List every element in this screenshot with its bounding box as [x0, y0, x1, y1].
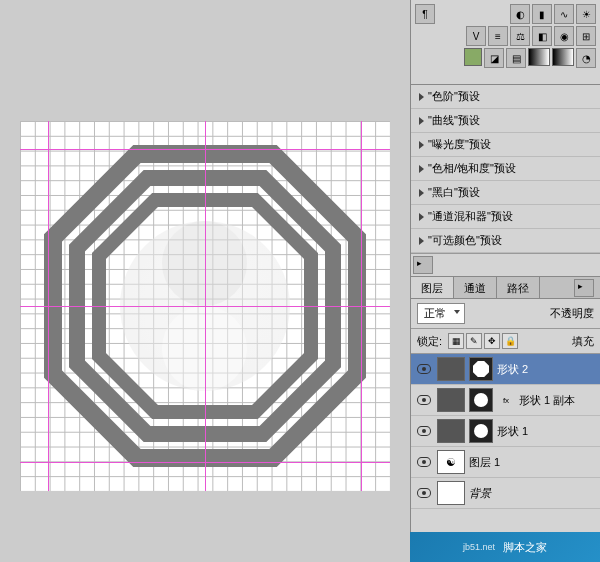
preset-curves[interactable]: "曲线"预设 [411, 109, 600, 133]
layers-tabs: 图层 通道 路径 [411, 277, 600, 299]
layer-thumb[interactable] [437, 357, 465, 381]
tab-layers[interactable]: 图层 [411, 277, 454, 298]
octagon-icon [473, 361, 489, 377]
arrow-icon [419, 189, 424, 197]
preset-levels[interactable]: "色阶"预设 [411, 85, 600, 109]
lock-position-icon[interactable]: ✥ [484, 333, 500, 349]
lock-row: 锁定: ▦ ✎ ✥ 🔒 填充 [411, 329, 600, 354]
blend-row: 正常 不透明度 [411, 299, 600, 329]
arrow-icon [419, 237, 424, 245]
hue-icon[interactable]: ≡ [488, 26, 508, 46]
vector-mask-thumb[interactable] [469, 388, 493, 412]
arrow-icon [419, 93, 424, 101]
layer-background[interactable]: 背景 [411, 478, 600, 509]
watermark-url: jb51.net [463, 542, 495, 552]
preset-label: "曲线"预设 [428, 113, 480, 128]
preset-label: "可选颜色"预设 [428, 233, 502, 248]
shape-artwork [20, 121, 390, 491]
visibility-toggle[interactable] [415, 485, 433, 501]
layer-thumb[interactable]: ☯ [437, 450, 465, 474]
levels-icon[interactable]: ▮ [532, 4, 552, 24]
preset-label: "黑白"预设 [428, 185, 480, 200]
balance-icon[interactable]: ⚖ [510, 26, 530, 46]
watermark: jb51.net 脚本之家 [410, 532, 600, 562]
layer-name[interactable]: 形状 2 [497, 362, 596, 377]
preset-hue-sat[interactable]: "色相/饱和度"预设 [411, 157, 600, 181]
curves-icon[interactable]: ∿ [554, 4, 574, 24]
visibility-toggle[interactable] [415, 392, 433, 408]
vector-mask-thumb[interactable] [469, 419, 493, 443]
arrow-icon [419, 141, 424, 149]
arrow-icon [419, 117, 424, 125]
preset-label: "曝光度"预设 [428, 137, 491, 152]
eye-icon [417, 364, 431, 374]
canvas-area[interactable] [0, 0, 410, 562]
lock-all-icon[interactable]: 🔒 [502, 333, 518, 349]
adjust-icon[interactable]: ◐ [510, 4, 530, 24]
gradient-icon[interactable] [528, 48, 550, 66]
layer-shape-1-copy[interactable]: fx 形状 1 副本 [411, 385, 600, 416]
tab-channels[interactable]: 通道 [454, 277, 497, 298]
watermark-text: 脚本之家 [503, 540, 547, 555]
svg-marker-2 [99, 200, 311, 412]
layer-1[interactable]: ☯ 图层 1 [411, 447, 600, 478]
preset-label: "色阶"预设 [428, 89, 480, 104]
layer-shape-2[interactable]: 形状 2 [411, 354, 600, 385]
layer-name[interactable]: 图层 1 [469, 455, 596, 470]
exposure-icon[interactable]: ☀ [576, 4, 596, 24]
visibility-toggle[interactable] [415, 361, 433, 377]
presets-panel: "色阶"预设 "曲线"预设 "曝光度"预设 "色相/饱和度"预设 "黑白"预设 … [411, 85, 600, 277]
layers-menu-icon[interactable] [574, 279, 594, 297]
layer-name[interactable]: 形状 1 副本 [519, 393, 596, 408]
panel-menu-icon[interactable] [413, 256, 433, 274]
paragraph-icon[interactable]: ¶ [415, 4, 435, 24]
invert-icon[interactable]: ◪ [484, 48, 504, 68]
preset-selective-color[interactable]: "可选颜色"预设 [411, 229, 600, 253]
layer-thumb[interactable] [437, 419, 465, 443]
visibility-toggle[interactable] [415, 423, 433, 439]
preset-channel-mixer[interactable]: "通道混和器"预设 [411, 205, 600, 229]
layers-list: 形状 2 fx 形状 1 副本 形状 1 ☯ 图层 1 背景 [411, 354, 600, 509]
eye-icon [417, 457, 431, 467]
adjustments-toolbar: ¶ ◐ ▮ ∿ ☀ V ≡ ⚖ ◧ ◉ ⊞ ◪ ▤ ◔ [411, 0, 600, 85]
fx-badge[interactable]: fx [497, 393, 515, 407]
layer-name[interactable]: 形状 1 [497, 424, 596, 439]
preset-label: "通道混和器"预设 [428, 209, 513, 224]
circle-icon [474, 424, 488, 438]
eye-icon [417, 488, 431, 498]
lock-transparency-icon[interactable]: ▦ [448, 333, 464, 349]
gradient-map-icon[interactable] [552, 48, 574, 66]
layer-shape-1[interactable]: 形状 1 [411, 416, 600, 447]
opacity-label: 不透明度 [550, 306, 594, 321]
posterize-icon[interactable]: ▤ [506, 48, 526, 68]
arrow-icon [419, 165, 424, 173]
layer-thumb[interactable] [437, 481, 465, 505]
lock-label: 锁定: [417, 334, 442, 349]
fill-label: 填充 [572, 334, 594, 349]
visibility-toggle[interactable] [415, 454, 433, 470]
lock-pixels-icon[interactable]: ✎ [466, 333, 482, 349]
layer-name[interactable]: 背景 [469, 486, 596, 501]
selective-icon[interactable]: ◔ [576, 48, 596, 68]
preset-exposure[interactable]: "曝光度"预设 [411, 133, 600, 157]
svg-marker-1 [77, 178, 333, 434]
preset-label: "色相/饱和度"预设 [428, 161, 516, 176]
vibrance-icon[interactable]: V [466, 26, 486, 46]
vector-mask-thumb[interactable] [469, 357, 493, 381]
arrow-icon [419, 213, 424, 221]
eye-icon [417, 426, 431, 436]
layer-thumb[interactable] [437, 388, 465, 412]
circle-icon [474, 393, 488, 407]
tab-paths[interactable]: 路径 [497, 277, 540, 298]
blend-mode-select[interactable]: 正常 [417, 303, 465, 324]
eye-icon [417, 395, 431, 405]
mixer-icon[interactable]: ⊞ [576, 26, 596, 46]
document-canvas[interactable] [20, 121, 390, 491]
swatch-icon[interactable] [464, 48, 482, 66]
right-panel: ¶ ◐ ▮ ∿ ☀ V ≡ ⚖ ◧ ◉ ⊞ ◪ ▤ ◔ "色阶"预设 "曲线"预… [410, 0, 600, 562]
bw-icon[interactable]: ◧ [532, 26, 552, 46]
photo-filter-icon[interactable]: ◉ [554, 26, 574, 46]
preset-bw[interactable]: "黑白"预设 [411, 181, 600, 205]
